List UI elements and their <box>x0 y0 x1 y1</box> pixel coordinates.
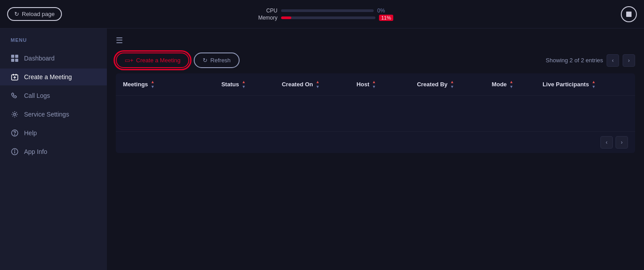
memory-label: Memory <box>251 15 277 21</box>
table-footer: ‹ › <box>116 131 635 153</box>
meetings-table: Meetings ▲ ▼ Status ▲ ▼ Created On <box>116 73 635 153</box>
svg-point-14 <box>15 150 15 150</box>
prev-page-button[interactable]: ‹ <box>607 54 619 67</box>
table-body <box>116 96 635 131</box>
svg-rect-6 <box>16 74 16 76</box>
svg-rect-2 <box>11 59 14 62</box>
col-created-by: Created By ▲ ▼ <box>417 80 488 89</box>
hamburger-icon[interactable]: ☰ <box>116 36 635 45</box>
svg-point-11 <box>15 135 15 135</box>
reload-label: Reload page <box>22 11 55 17</box>
cpu-bar-bg <box>281 9 374 12</box>
stop-button[interactable] <box>621 6 637 22</box>
memory-section: Memory 11% <box>251 15 393 21</box>
svg-rect-1 <box>15 55 18 58</box>
showing-entries: Showing 2 of 2 entries <box>546 57 603 64</box>
sidebar-item-help[interactable]: Help <box>0 125 107 141</box>
memory-bar-fill <box>281 16 291 19</box>
next-page-button[interactable]: › <box>623 54 635 67</box>
memory-value: 11% <box>379 15 393 21</box>
sidebar-item-app-info[interactable]: App Info <box>0 143 107 160</box>
col-live-participants-label: Live Participants <box>542 81 589 88</box>
reload-icon: ↻ <box>14 11 19 17</box>
refresh-button[interactable]: ↻ Refresh <box>194 52 240 68</box>
refresh-icon: ↻ <box>203 57 208 64</box>
col-live-participants: Live Participants ▲ ▼ <box>542 80 628 89</box>
svg-rect-5 <box>13 74 14 76</box>
main-layout: MENU Dashboard <box>0 28 644 270</box>
table-header: Meetings ▲ ▼ Status ▲ ▼ Created On <box>116 73 635 96</box>
create-meeting-icon <box>11 73 19 81</box>
sort-meetings-icon[interactable]: ▲ ▼ <box>151 80 155 89</box>
col-status: Status ▲ ▼ <box>221 80 278 89</box>
col-mode-label: Mode <box>492 81 507 88</box>
refresh-label: Refresh <box>210 57 231 64</box>
sidebar-item-label: Help <box>24 129 37 137</box>
col-status-label: Status <box>221 81 239 88</box>
svg-rect-0 <box>11 55 14 58</box>
svg-point-9 <box>14 113 16 116</box>
table-next-button[interactable]: › <box>615 136 628 149</box>
sidebar-item-create-meeting[interactable]: Create a Meeting <box>0 69 107 85</box>
sidebar-item-label: Dashboard <box>24 55 55 62</box>
metrics-section: CPU 0% Memory 11% <box>251 8 393 21</box>
table-prev-button[interactable]: ‹ <box>600 136 613 149</box>
sidebar-item-call-logs[interactable]: Call Logs <box>0 87 107 104</box>
sort-live-participants-icon[interactable]: ▲ ▼ <box>591 80 595 89</box>
toolbar-right: Showing 2 of 2 entries ‹ › <box>546 54 635 67</box>
help-icon <box>11 129 19 137</box>
col-mode: Mode ▲ ▼ <box>492 80 539 89</box>
sidebar-item-dashboard[interactable]: Dashboard <box>0 50 107 67</box>
dashboard-icon <box>11 54 19 62</box>
create-meeting-btn-icon: ▭+ <box>125 57 134 64</box>
col-meetings: Meetings ▲ ▼ <box>123 80 218 89</box>
menu-label: MENU <box>0 37 107 48</box>
topbar-right <box>621 6 637 22</box>
stop-icon <box>626 12 632 17</box>
sort-created-by-icon[interactable]: ▲ ▼ <box>450 80 454 89</box>
info-icon <box>11 148 19 156</box>
sort-host-icon[interactable]: ▲ ▼ <box>372 80 376 89</box>
col-meetings-label: Meetings <box>123 81 148 88</box>
topbar: ↻ Reload page CPU 0% Memory 11% <box>0 0 644 28</box>
call-logs-icon <box>11 92 19 100</box>
create-meeting-button[interactable]: ▭+ Create a Meeting <box>116 52 189 68</box>
sort-mode-icon[interactable]: ▲ ▼ <box>509 80 514 89</box>
cpu-label: CPU <box>251 8 277 14</box>
content-area: ☰ ▭+ Create a Meeting ↻ Refresh Showing … <box>107 28 644 270</box>
sidebar-item-service-settings[interactable]: Service Settings <box>0 106 107 123</box>
settings-icon <box>11 110 19 118</box>
sidebar-item-label: Service Settings <box>24 111 69 118</box>
sidebar-item-label: Call Logs <box>24 92 50 99</box>
sidebar-item-label: Create a Meeting <box>24 73 72 81</box>
toolbar: ▭+ Create a Meeting ↻ Refresh Showing 2 … <box>116 52 635 68</box>
col-created-on: Created On ▲ ▼ <box>282 80 353 89</box>
memory-bar-bg <box>281 16 375 19</box>
col-host-label: Host <box>356 81 369 88</box>
sort-status-icon[interactable]: ▲ ▼ <box>242 80 246 89</box>
svg-rect-3 <box>15 59 18 62</box>
reload-page-button[interactable]: ↻ Reload page <box>7 7 62 21</box>
create-meeting-btn-label: Create a Meeting <box>136 57 181 64</box>
cpu-section: CPU 0% <box>251 8 393 14</box>
sidebar-item-label: App Info <box>24 148 47 155</box>
sidebar: MENU Dashboard <box>0 28 107 270</box>
col-created-on-label: Created On <box>282 81 313 88</box>
cpu-value: 0% <box>377 8 393 14</box>
col-host: Host ▲ ▼ <box>356 80 413 89</box>
col-created-by-label: Created By <box>417 81 448 88</box>
sort-created-on-icon[interactable]: ▲ ▼ <box>316 80 320 89</box>
